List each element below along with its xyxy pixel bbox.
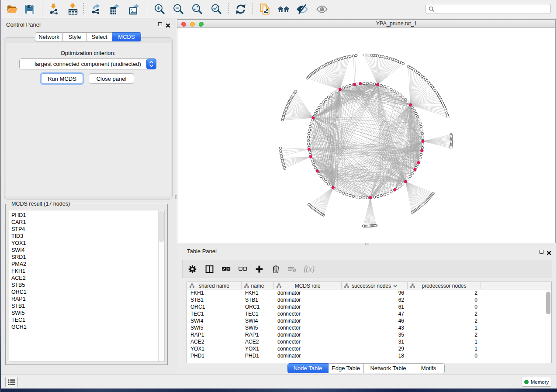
- scrollbar-thumb[interactable]: [546, 292, 550, 314]
- close-panel-button[interactable]: Close panel: [89, 73, 134, 84]
- column-header-predecessor-nodes[interactable]: predecessor nodes: [408, 282, 481, 289]
- horizontal-splitter-handle[interactable]: [365, 243, 369, 245]
- zoom-out-icon[interactable]: [171, 2, 185, 16]
- table-cell: connector: [274, 345, 342, 352]
- tab-style[interactable]: Style: [63, 32, 87, 41]
- tab-node-table[interactable]: Node Table: [287, 363, 329, 373]
- float-panel-icon[interactable]: [158, 22, 162, 26]
- mcds-result-item[interactable]: RAP1: [9, 296, 164, 303]
- tab-network[interactable]: Network: [35, 32, 63, 41]
- table-float-icon[interactable]: [540, 250, 543, 254]
- task-history-button[interactable]: [5, 377, 18, 387]
- run-mcds-button[interactable]: Run MCDS: [41, 73, 83, 84]
- tab-motifs[interactable]: Motifs: [413, 363, 445, 373]
- mcds-result-list[interactable]: PHD1CAR1STP4TID3YOX1SWI4SRD1PMA2FKH1ACE2…: [9, 210, 165, 362]
- clone-network-icon[interactable]: [258, 2, 272, 16]
- tab-select[interactable]: Select: [87, 32, 112, 41]
- delete-columns-icon[interactable]: [270, 263, 282, 275]
- memory-button[interactable]: Memory: [522, 377, 551, 387]
- table-row[interactable]: YOX1YOX1connector291: [187, 345, 551, 352]
- table-row[interactable]: PHD1PHD1dominator180: [187, 352, 551, 359]
- show-columns-icon[interactable]: [203, 263, 215, 275]
- mcds-result-item[interactable]: CAR1: [9, 219, 164, 226]
- control-panel-title: Control Panel: [6, 21, 41, 28]
- mcds-result-item[interactable]: TEC1: [9, 316, 164, 323]
- export-image-icon[interactable]: [127, 2, 141, 16]
- table-row[interactable]: SWI5SWI5connector431: [187, 324, 551, 331]
- apply-layout-icon[interactable]: [234, 2, 248, 16]
- zoom-selected-icon[interactable]: [209, 2, 223, 16]
- table-row[interactable]: FKH1FKH1dominator962: [187, 289, 551, 296]
- network-canvas[interactable]: [177, 28, 555, 243]
- scrollbar-thumb[interactable]: [159, 211, 164, 242]
- window-close-traffic-light[interactable]: [181, 22, 186, 27]
- table-row[interactable]: STB1STB1dominator620: [187, 296, 551, 303]
- tab-network-table[interactable]: Network Table: [364, 363, 413, 373]
- mcds-result-item[interactable]: GCR1: [9, 323, 164, 330]
- mcds-result-item[interactable]: STB5: [9, 282, 164, 289]
- table-row[interactable]: ACE2ACE2connector311: [187, 338, 551, 345]
- table-close-icon[interactable]: [547, 249, 551, 254]
- mcds-result-item[interactable]: SWI4: [9, 247, 164, 254]
- mcds-result-item[interactable]: YOX1: [9, 240, 164, 247]
- mcds-result-item[interactable]: ORC1: [9, 289, 164, 296]
- unselect-all-columns-icon[interactable]: [236, 263, 249, 275]
- optimization-criterion-label: Optimization criterion:: [1, 50, 175, 56]
- main-toolbar: [1, 0, 557, 18]
- column-label: MCDS role: [295, 283, 321, 289]
- mcds-result-item[interactable]: SWI5: [9, 309, 164, 316]
- export-table-icon[interactable]: [108, 2, 122, 16]
- column-header-shared-name[interactable]: shared name: [187, 282, 242, 289]
- hide-selected-icon[interactable]: [295, 2, 309, 16]
- window-zoom-traffic-light[interactable]: [199, 22, 204, 27]
- column-header-name[interactable]: name: [242, 282, 274, 289]
- column-header-successor-nodes[interactable]: successor nodes: [342, 282, 408, 289]
- save-session-icon[interactable]: [23, 2, 37, 16]
- column-header-filler: [481, 282, 551, 289]
- table-settings-icon[interactable]: [186, 263, 198, 275]
- search-icon: [429, 6, 435, 12]
- table-cell: 0: [408, 296, 481, 303]
- select-all-columns-icon[interactable]: [220, 263, 232, 275]
- add-column-icon[interactable]: [253, 263, 265, 275]
- mcds-result-item[interactable]: STB1: [9, 303, 164, 309]
- search-box[interactable]: [425, 4, 551, 14]
- open-session-icon[interactable]: [5, 2, 19, 16]
- zoom-in-icon[interactable]: [152, 2, 166, 16]
- import-table-icon[interactable]: [66, 2, 80, 16]
- table-row[interactable]: TEC1TEC1connector472: [187, 310, 551, 317]
- network-window-titlebar[interactable]: YPA_prune.txt_1: [177, 20, 555, 28]
- mcds-result-item[interactable]: ACE2: [9, 275, 164, 282]
- table-scrollbar[interactable]: [545, 290, 551, 363]
- mcds-list-scrollbar[interactable]: [158, 210, 164, 361]
- mcds-result-item[interactable]: SRD1: [9, 254, 164, 261]
- table-row[interactable]: SWI4SWI4dominator462: [187, 317, 551, 324]
- show-all-icon[interactable]: [315, 2, 329, 16]
- export-network-icon[interactable]: [89, 2, 103, 16]
- mcds-result-item[interactable]: STP4: [9, 226, 164, 233]
- mcds-result-item[interactable]: PHD1: [9, 212, 164, 219]
- table-row[interactable]: RAP1RAP1dominator352: [187, 331, 551, 338]
- table-cell: SWI5: [242, 324, 274, 331]
- tab-mcds[interactable]: MCDS: [112, 32, 141, 41]
- window-minimize-traffic-light[interactable]: [190, 22, 195, 27]
- optimization-criterion-select[interactable]: largest connected component (undirected): [19, 58, 156, 69]
- tab-edge-table[interactable]: Edge Table: [329, 363, 364, 373]
- network-view-frame: YPA_prune.txt_1: [177, 19, 556, 243]
- table-cell: ORC1: [242, 303, 274, 310]
- close-panel-icon[interactable]: [166, 22, 170, 27]
- table-cell: 29: [342, 345, 408, 352]
- table-cell: 18: [342, 352, 408, 359]
- table-cell: SWI5: [187, 324, 242, 331]
- mcds-result-item[interactable]: PMA2: [9, 261, 164, 268]
- import-network-icon[interactable]: [47, 2, 61, 16]
- zoom-fit-icon[interactable]: [190, 2, 204, 16]
- search-input[interactable]: [435, 6, 550, 12]
- mcds-result-item[interactable]: TID3: [9, 233, 164, 240]
- table-cell: STB1: [242, 296, 274, 303]
- table-cell: 31: [342, 338, 408, 345]
- column-header-MCDS-role[interactable]: MCDS role: [274, 282, 342, 289]
- first-neighbors-icon[interactable]: [277, 2, 291, 16]
- mcds-result-item[interactable]: FKH1: [9, 268, 164, 275]
- table-row[interactable]: ORC1ORC1dominator610: [187, 303, 551, 310]
